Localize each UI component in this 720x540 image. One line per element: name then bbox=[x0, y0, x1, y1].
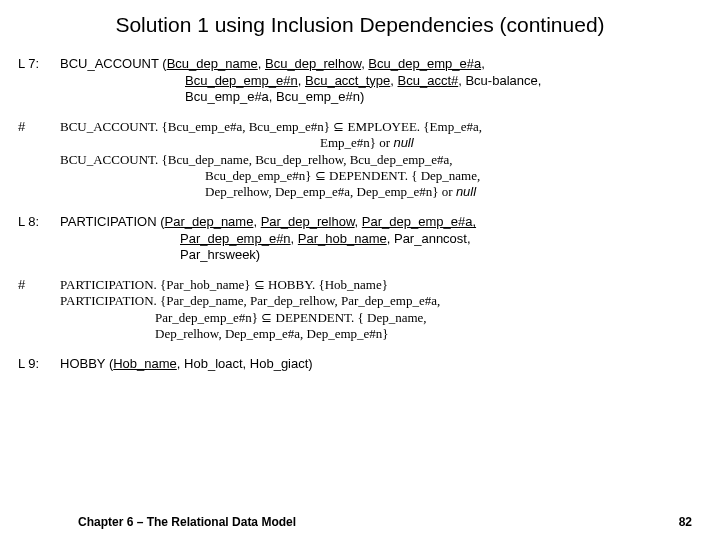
l7-l2d: , bbox=[390, 73, 397, 88]
l9-label: L 9: bbox=[18, 356, 60, 372]
l7-l1a: BCU_ACCOUNT ( bbox=[60, 56, 167, 71]
l8-l2b: , bbox=[291, 231, 298, 246]
l7-l3: Bcu_emp_e#a, Bcu_emp_e#n) bbox=[60, 89, 702, 105]
l7-l2f: , Bcu-balance, bbox=[458, 73, 541, 88]
l7-label: L 7: bbox=[18, 56, 60, 72]
l7-l2b: , bbox=[298, 73, 305, 88]
c8-l2: PARTICIPATION. {Par_dep_name, Par_dep_re… bbox=[60, 293, 440, 308]
c8-block: # PARTICIPATION. {Par_hob_name} ⊆ HOBBY.… bbox=[18, 277, 702, 342]
l9-l1a: HOBBY ( bbox=[60, 356, 113, 371]
c8-label: # bbox=[18, 277, 60, 293]
l7-l2a: Bcu_dep_emp_e#n bbox=[185, 73, 298, 88]
c8-l3: Par_dep_emp_e#n} ⊆ DEPENDENT. { Dep_name… bbox=[155, 310, 427, 325]
l7-l1b: Bcu_dep_name bbox=[167, 56, 258, 71]
c7-l4: Bcu_dep_emp_e#n} ⊆ DEPENDENT. { Dep_name… bbox=[205, 168, 480, 183]
l8-l3: Par_hrsweek) bbox=[60, 247, 702, 263]
l8-l1d: Par_dep_relhow bbox=[261, 214, 355, 229]
l9-body: HOBBY (Hob_name, Hob_loact, Hob_giact) bbox=[60, 356, 702, 372]
l7-l2e: Bcu_acct# bbox=[398, 73, 459, 88]
l8-l2c: Par_hob_name bbox=[298, 231, 387, 246]
l7-body: BCU_ACCOUNT (Bcu_dep_name, Bcu_dep_relho… bbox=[60, 56, 702, 105]
c7-label: # bbox=[18, 119, 60, 135]
l8-l1f: Par_dep_emp_e#a, bbox=[362, 214, 476, 229]
c7-l3: BCU_ACCOUNT. {Bcu_dep_name, Bcu_dep_relh… bbox=[60, 152, 453, 167]
l7-l1f: Bcu_dep_emp_e#a bbox=[368, 56, 481, 71]
l7-l1c: , bbox=[258, 56, 265, 71]
c7-block: # BCU_ACCOUNT. {Bcu_emp_e#a, Bcu_emp_e#n… bbox=[18, 119, 702, 200]
l7-l2c: Bcu_acct_type bbox=[305, 73, 390, 88]
c8-l1: PARTICIPATION. {Par_hob_name} ⊆ HOBBY. {… bbox=[60, 277, 388, 292]
l8-l1c: , bbox=[253, 214, 260, 229]
l8-body: PARTICIPATION (Par_dep_name, Par_dep_rel… bbox=[60, 214, 702, 263]
c7-l2a: Emp_e#n} or bbox=[320, 135, 393, 150]
l9-block: L 9: HOBBY (Hob_name, Hob_loact, Hob_gia… bbox=[18, 356, 702, 372]
footer: Chapter 6 – The Relational Data Model 82 bbox=[0, 515, 720, 530]
l8-l1e: , bbox=[355, 214, 362, 229]
c7-body: BCU_ACCOUNT. {Bcu_emp_e#a, Bcu_emp_e#n} … bbox=[60, 119, 702, 200]
c8-l4: Dep_relhow, Dep_emp_e#a, Dep_emp_e#n} bbox=[155, 326, 389, 341]
l8-l1a: PARTICIPATION ( bbox=[60, 214, 165, 229]
l7-block: L 7: BCU_ACCOUNT (Bcu_dep_name, Bcu_dep_… bbox=[18, 56, 702, 105]
l9-l1b: Hob_name bbox=[113, 356, 177, 371]
l8-l1b: Par_dep_name bbox=[165, 214, 254, 229]
slide-title: Solution 1 using Inclusion Dependencies … bbox=[18, 12, 702, 38]
l8-l2a: Par_dep_emp_e#n bbox=[180, 231, 291, 246]
l8-l2d: , Par_anncost, bbox=[387, 231, 471, 246]
c7-l1: BCU_ACCOUNT. {Bcu_emp_e#a, Bcu_emp_e#n} … bbox=[60, 119, 482, 134]
page-number: 82 bbox=[679, 515, 692, 530]
l8-block: L 8: PARTICIPATION (Par_dep_name, Par_de… bbox=[18, 214, 702, 263]
c7-l2b: null bbox=[393, 135, 413, 150]
c7-l5a: Dep_relhow, Dep_emp_e#a, Dep_emp_e#n} or bbox=[205, 184, 456, 199]
l8-label: L 8: bbox=[18, 214, 60, 230]
c8-body: PARTICIPATION. {Par_hob_name} ⊆ HOBBY. {… bbox=[60, 277, 702, 342]
l7-l1g: , bbox=[481, 56, 485, 71]
l7-l1d: Bcu_dep_relhow bbox=[265, 56, 361, 71]
l9-l1c: , Hob_loact, Hob_giact) bbox=[177, 356, 313, 371]
chapter-label: Chapter 6 – The Relational Data Model bbox=[78, 515, 296, 530]
c7-l5b: null bbox=[456, 184, 476, 199]
